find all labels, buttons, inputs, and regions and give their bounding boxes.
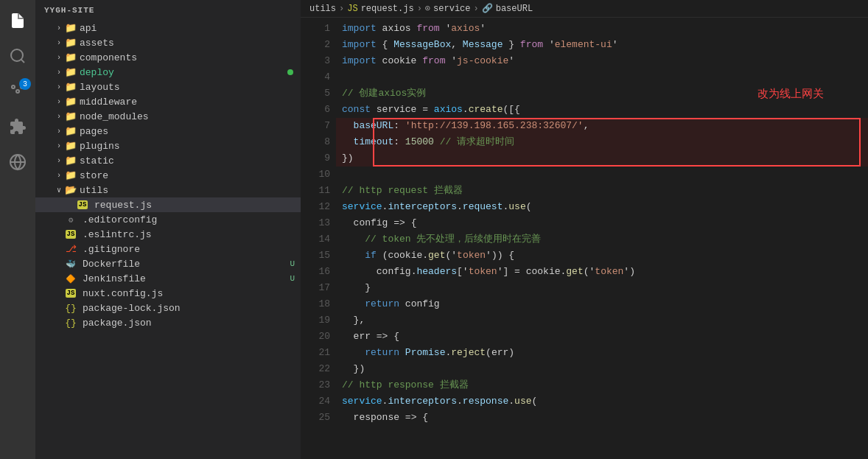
folder-icon: 📁	[65, 169, 77, 181]
code-content[interactable]: 改为线上网关 import axios from 'axios'import {…	[336, 18, 868, 459]
code-line-6: const service = axios.create([{	[336, 102, 868, 118]
code-line-9: })	[336, 150, 868, 167]
search-icon[interactable]	[0, 38, 35, 74]
spacer	[53, 214, 65, 225]
code-line-4	[336, 69, 868, 85]
folder-icon: 📁	[65, 140, 77, 152]
remote-icon[interactable]	[0, 144, 35, 180]
code-line-8: timeout: 15000 // 请求超时时间	[336, 134, 868, 150]
code-editor[interactable]: 1234567891011121314151617181920212223242…	[301, 18, 868, 459]
folder-label: assets	[80, 38, 114, 49]
breadcrumb-js-icon: JS	[347, 4, 357, 14]
jenkins-file-icon: 🔶	[65, 273, 77, 284]
sidebar-item-package-json[interactable]: {} package.json	[35, 315, 301, 330]
sidebar-item-dockerfile[interactable]: 🐳 Dockerfile U	[35, 256, 301, 271]
spacer	[53, 228, 65, 240]
breadcrumb-baseurl-icon: 🔗	[482, 3, 493, 14]
breadcrumb-service-icon: ⊙	[425, 3, 430, 14]
code-line-5: // 创建axios实例	[336, 85, 868, 102]
sidebar-item-request-js[interactable]: JS request.js	[35, 197, 301, 212]
sidebar-title: YYGH-SITE	[35, 0, 301, 21]
folder-label: utils	[80, 185, 108, 196]
activity-bar	[0, 0, 35, 459]
sidebar-item-node-modules[interactable]: › 📁 node_modules	[35, 109, 301, 124]
sidebar-item-static[interactable]: › 📁 static	[35, 153, 301, 168]
git-file-icon: ⎇	[65, 243, 77, 255]
code-line-12: service.interceptors.request.use(	[336, 199, 868, 215]
json-file-icon: {}	[65, 302, 77, 314]
breadcrumb-service: service	[433, 4, 470, 14]
file-label: Jenkinsfile	[83, 273, 146, 284]
files-icon[interactable]	[0, 3, 35, 38]
sidebar-item-gitignore[interactable]: ⎇ .gitignore	[35, 242, 301, 256]
sidebar-item-plugins[interactable]: › 📁 plugins	[35, 139, 301, 153]
collapse-arrow: ›	[53, 125, 65, 137]
sidebar-item-eslintrc[interactable]: JS .eslintrc.js	[35, 227, 301, 242]
collapse-arrow: ∨	[53, 184, 65, 196]
code-line-15: if (cookie.get('token')) {	[336, 248, 868, 264]
folder-label: api	[80, 23, 97, 34]
code-line-3: import cookie from 'js-cookie'	[336, 53, 868, 69]
sidebar-item-api[interactable]: › 📁 api	[35, 21, 301, 35]
sidebar-item-assets[interactable]: › 📁 assets	[35, 35, 301, 50]
sidebar-item-store[interactable]: › 📁 store	[35, 168, 301, 183]
code-line-7: baseURL: 'http://139.198.165.238:32607/'…	[336, 118, 868, 134]
sidebar-item-editorconfig[interactable]: ⚙ .editorconfig	[35, 212, 301, 227]
sidebar-item-package-lock[interactable]: {} package-lock.json	[35, 301, 301, 315]
sidebar-item-deploy[interactable]: › 📁 deploy	[35, 65, 301, 80]
code-line-2: import { MessageBox, Message } from 'ele…	[336, 37, 868, 53]
folder-icon: 📁	[65, 111, 77, 122]
modified-badge: U	[290, 274, 295, 283]
breadcrumb-utils: utils	[309, 4, 336, 14]
source-control-icon[interactable]	[0, 74, 35, 109]
json-file-icon: {}	[65, 317, 77, 329]
folder-label: layouts	[80, 82, 120, 93]
file-label: .gitignore	[83, 244, 140, 255]
extensions-icon[interactable]	[0, 109, 35, 144]
breadcrumb: utils › JS request.js › ⊙ service › 🔗 ba…	[301, 0, 868, 18]
collapse-arrow: ›	[53, 155, 65, 167]
collapse-arrow: ›	[53, 22, 65, 34]
sidebar: YYGH-SITE › 📁 api › 📁 assets › 📁 compone…	[35, 0, 301, 459]
sidebar-item-jenkinsfile[interactable]: 🔶 Jenkinsfile U	[35, 271, 301, 286]
file-label: Dockerfile	[83, 259, 140, 270]
js-file-icon: JS	[77, 199, 88, 211]
js-file-icon: JS	[65, 228, 77, 240]
svg-point-0	[11, 49, 23, 61]
folder-icon: 📁	[65, 66, 77, 78]
folder-label: plugins	[80, 141, 120, 152]
folder-icon: 📁	[65, 96, 77, 108]
code-line-11: // http request 拦截器	[336, 183, 868, 199]
folder-icon: 📁	[65, 22, 77, 34]
spacer	[53, 317, 65, 329]
code-line-21: return Promise.reject(err)	[336, 345, 868, 361]
collapse-arrow: ›	[53, 169, 65, 181]
file-label: nuxt.config.js	[83, 288, 163, 299]
code-line-25: response => {	[336, 410, 868, 426]
folder-label: pages	[80, 126, 108, 137]
sidebar-item-pages[interactable]: › 📁 pages	[35, 124, 301, 139]
spacer	[65, 199, 77, 211]
code-line-24: service.interceptors.response.use(	[336, 393, 868, 410]
line-numbers: 1234567891011121314151617181920212223242…	[301, 18, 336, 459]
code-line-17: }	[336, 280, 868, 296]
code-line-23: // http response 拦截器	[336, 377, 868, 393]
docker-file-icon: 🐳	[65, 258, 77, 270]
sidebar-item-middleware[interactable]: › 📁 middleware	[35, 94, 301, 109]
folder-icon: 📁	[65, 52, 77, 63]
sidebar-item-layouts[interactable]: › 📁 layouts	[35, 80, 301, 94]
code-line-19: },	[336, 312, 868, 329]
code-line-20: err => {	[336, 329, 868, 345]
collapse-arrow: ›	[53, 111, 65, 122]
sidebar-item-utils[interactable]: ∨ 📂 utils	[35, 183, 301, 197]
code-line-14: // token 先不处理，后续使用时在完善	[336, 231, 868, 248]
code-line-1: import axios from 'axios'	[336, 21, 868, 37]
code-line-22: })	[336, 361, 868, 377]
file-label: package.json	[83, 318, 152, 329]
code-line-16: config.headers['token'] = cookie.get('to…	[336, 264, 868, 280]
collapse-arrow: ›	[53, 81, 65, 93]
collapse-arrow: ›	[53, 96, 65, 108]
sidebar-item-components[interactable]: › 📁 components	[35, 50, 301, 65]
sidebar-item-nuxt-config[interactable]: JS nuxt.config.js	[35, 286, 301, 301]
js-file-icon: JS	[65, 287, 77, 299]
